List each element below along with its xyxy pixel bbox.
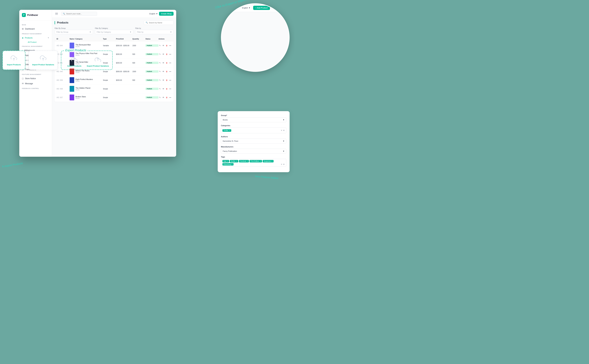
product-qty-0: 1500 — [132, 45, 146, 46]
fp-tag-first-edition-remove[interactable]: ✕ — [260, 160, 261, 162]
sidebar-sub-all-products[interactable]: All Product — [25, 40, 52, 44]
edit-button-5[interactable]: ✎ — [159, 87, 161, 91]
fp-tag-cerebral-remove[interactable]: ✕ — [247, 160, 248, 162]
zoom-lang-selector[interactable]: English ▼ — [242, 7, 250, 9]
fp-tag-thriller[interactable]: Thriller ✕ — [222, 129, 231, 132]
product-price-4: $200.00 — [116, 79, 132, 81]
product-name-3: Before The Ruins — [75, 70, 89, 72]
product-name-6: Broken Stars — [75, 96, 86, 98]
more-button-3[interactable]: ••• — [169, 70, 172, 73]
edit-button-2[interactable]: ✎ — [159, 61, 161, 65]
product-search-icon: 🔍 — [146, 21, 148, 24]
fp-tag-suspense[interactable]: Suspense✕ — [263, 160, 274, 162]
col-type: Type — [103, 38, 116, 40]
delete-button-5[interactable]: 🗑 — [165, 87, 168, 91]
fp-tag-cerebral[interactable]: Cerebral✕ — [239, 160, 249, 162]
product-cat-5: Books — [75, 89, 90, 91]
export-variations-card[interactable]: Export Product Variations — [87, 57, 109, 67]
fp-tag-sad[interactable]: Sad✕ — [222, 160, 229, 162]
fp-tag-sad-remove[interactable]: ✕ — [227, 160, 228, 162]
create-shop-button[interactable]: Create Shop — [159, 12, 174, 16]
product-actions-1: ✎ 👁 🗑 ••• — [159, 52, 172, 56]
fp-categories-label: Categories — [221, 124, 286, 126]
col-status: Status — [146, 38, 159, 40]
fp-tag-first-edition[interactable]: First Edition✕ — [250, 160, 262, 162]
fp-tag-thriller-remove[interactable]: ✕ — [229, 130, 230, 131]
filter-group-select[interactable]: Filter by Group ▼ — [54, 30, 93, 34]
product-actions-0: ✎ 👁 🗑 ••• — [159, 44, 172, 47]
view-button-6[interactable]: 👁 — [162, 96, 165, 99]
table-row: #ID: 939 Eight Purfect Murders Books Sim… — [54, 76, 174, 84]
view-button-0[interactable]: 👁 — [162, 44, 165, 47]
delete-button-3[interactable]: 🗑 — [165, 70, 168, 73]
fp-tag-gothic-remove[interactable]: ✕ — [236, 160, 237, 162]
export-products-icon — [65, 57, 84, 64]
page-content: Products 🔍 Filter By Group Filter by Gro… — [52, 18, 176, 157]
product-search[interactable]: 🔍 — [144, 20, 174, 25]
product-price-3: $300.00 - $350.00 — [116, 71, 132, 72]
more-button-1[interactable]: ••• — [169, 52, 172, 56]
edit-button-1[interactable]: ✎ — [159, 52, 161, 56]
view-button-4[interactable]: 👁 — [162, 78, 165, 82]
delete-button-2[interactable]: 🗑 — [165, 61, 168, 65]
circle-zoom-overlay: English ▼ + Add Product Filter ↑ ⋮ — [221, 3, 290, 72]
fp-authors-select[interactable]: Earnestine N. Pace ▼ — [221, 139, 286, 143]
sidebar-logo: P PickBazar — [19, 13, 52, 20]
fp-categories-tags[interactable]: Thriller ✕ ✕ ▼ — [221, 128, 286, 133]
product-thumb-4 — [70, 77, 74, 83]
sidebar-section-feedback: FEEDBACK CONTROL — [19, 86, 52, 90]
export-variations-title: Export Product Variations — [87, 65, 109, 67]
sidebar-item-dashboard[interactable]: ⊞ Dashboard — [19, 26, 52, 31]
filter-status-select[interactable]: Filter by ▼ — [135, 30, 174, 34]
edit-button-3[interactable]: ✎ — [159, 70, 161, 73]
col-qty: Quantity — [132, 38, 146, 40]
delete-button-1[interactable]: 🗑 — [165, 52, 168, 56]
more-button-4[interactable]: ••• — [169, 78, 172, 82]
more-button-6[interactable]: ••• — [169, 96, 172, 99]
more-button-0[interactable]: ••• — [169, 44, 172, 47]
view-button-3[interactable]: 👁 — [162, 70, 165, 73]
product-cat-6: Books — [75, 98, 86, 99]
filter-group-status: Filter by Filter by ▼ — [135, 27, 174, 34]
filter-button[interactable]: Filter ↑ — [271, 6, 281, 10]
sidebar-item-store-notice[interactable]: ◻ Store Notice — [19, 76, 52, 81]
topbar-search[interactable]: 🔍 — [61, 12, 97, 16]
fp-tag-gothic[interactable]: Gothic✕ — [230, 160, 238, 162]
topbar-search-input[interactable] — [66, 13, 95, 15]
product-status-3: Publish — [146, 70, 159, 73]
filter-group-group: Filter By Group Filter by Group ▼ — [54, 27, 93, 34]
menu-button[interactable] — [54, 11, 59, 16]
fp-tag-disturbing-remove[interactable]: ✕ — [231, 163, 233, 165]
fp-tags-controls-icon: ✕ ▼ — [281, 163, 285, 166]
more-button-5[interactable]: ••• — [169, 87, 172, 91]
view-button-1[interactable]: 👁 — [162, 52, 165, 56]
product-type-6: Simple — [103, 97, 116, 98]
table-header: ID Name / Category Type Price/Unit Quant… — [54, 37, 174, 41]
sidebar-item-products[interactable]: ◈ Products ▼ — [19, 35, 52, 40]
fp-manufacturers-select[interactable]: Facny Publication ▼ — [221, 149, 286, 154]
delete-button-4[interactable]: 🗑 — [165, 78, 168, 82]
fp-tag-disturbing[interactable]: Disturbing✕ — [222, 163, 234, 166]
fp-group-select[interactable]: Books ▼ — [221, 117, 286, 122]
filter-category-select[interactable]: Filter by Category ▼ — [95, 30, 133, 34]
add-product-button[interactable]: + Add Product — [253, 6, 270, 10]
more-button-2[interactable]: ••• — [169, 61, 172, 65]
more-options-button[interactable]: ⋮ — [282, 6, 286, 10]
edit-button-4[interactable]: ✎ — [159, 78, 161, 82]
product-info-5: The Hidden Planet Books — [70, 86, 103, 92]
language-selector[interactable]: English ▼ — [149, 13, 158, 15]
edit-button-0[interactable]: ✎ — [159, 44, 161, 47]
view-button-2[interactable]: 👁 — [162, 61, 165, 65]
export-products-card[interactable]: Export Products — [65, 57, 84, 67]
import-products-card[interactable]: Import Products — [2, 51, 25, 70]
product-search-input[interactable] — [149, 22, 172, 24]
import-variations-card[interactable]: Import Product Variations — [29, 51, 58, 70]
fp-tag-suspense-remove[interactable]: ✕ — [271, 160, 273, 162]
delete-button-0[interactable]: 🗑 — [165, 44, 168, 47]
view-button-5[interactable]: 👁 — [162, 87, 165, 91]
fp-manufacturers-label: Manufacturers — [221, 146, 286, 148]
sidebar-item-message[interactable]: ✉ Message — [19, 81, 52, 86]
fp-tags-container[interactable]: Sad✕ Gothic✕ Cerebral✕ First Edition✕ Su… — [221, 159, 286, 167]
edit-button-6[interactable]: ✎ — [159, 96, 161, 99]
delete-button-6[interactable]: 🗑 — [165, 96, 168, 99]
